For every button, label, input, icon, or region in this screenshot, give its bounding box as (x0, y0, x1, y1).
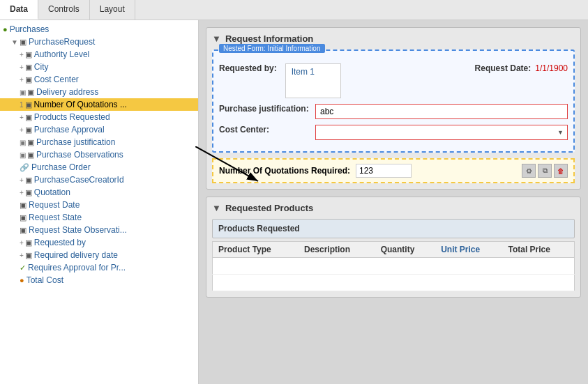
cell-total-price (503, 258, 575, 275)
sidebar-item-requires-approval[interactable]: ✓ Requires Approval for Pr... (0, 261, 198, 274)
sidebar-item-purchasecasecreatorid-label: PurchaseCaseCreatorId (34, 175, 124, 185)
expand-icon-quot: + (20, 189, 24, 197)
field-icon-quot: ▣ (25, 188, 32, 197)
sidebar-item-purchasecasecreatorid[interactable]: + ▣ PurchaseCaseCreatorId (0, 174, 198, 186)
sidebar-item-quotations[interactable]: 1 ▣ Number Of Quotations ... (0, 98, 198, 111)
request-date-value: 1/1/1900 (535, 63, 568, 73)
field-icon-rso: ▣ (20, 226, 27, 235)
quotations-input[interactable] (356, 164, 412, 178)
request-date-label: Request Date: (475, 63, 532, 73)
sidebar-item-city[interactable]: + ▣ City (0, 61, 198, 73)
expand-icon-city: + (20, 63, 24, 71)
field-icon-pj: ▣ (27, 138, 34, 147)
sidebar-item-purchase-observations-label: Purchase Observations (36, 150, 123, 160)
section-arrow-products[interactable]: ▼ (212, 203, 221, 213)
nested-form-label: Nested Form: Initial Information (219, 44, 325, 53)
requested-by-label: Requested by: (219, 63, 277, 73)
sidebar-item-request-state-obs[interactable]: ▣ Request State Observati... (0, 224, 198, 236)
circle-icon: ● (3, 25, 8, 33)
field-icon-rs: ▣ (20, 213, 27, 222)
toolbar-icons: ⚙ ⧉ 🗑 (522, 164, 568, 178)
cost-center-label: Cost Center: (219, 125, 310, 135)
circle-icon-tc: ● (20, 276, 24, 284)
sidebar-item-purchaserequest[interactable]: ▼ ▣ PurchaseRequest (0, 36, 198, 48)
justification-input[interactable] (315, 104, 568, 119)
trash-icon-btn[interactable]: 🗑 (554, 164, 568, 178)
field-icon: ▣ (25, 50, 32, 59)
sidebar-item-quotation[interactable]: + ▣ Quotation (0, 186, 198, 199)
products-table-header: Products Requested (212, 219, 575, 238)
form-row-justification: Purchase justification: (219, 104, 568, 119)
right-panel: ▼ Request Information Nested Form: Initi… (199, 20, 588, 384)
section-products-header: ▼ Requested Products (212, 203, 575, 213)
main-layout: ● Purchases ▼ ▣ PurchaseRequest + ▣ Auth… (0, 20, 588, 384)
sidebar-item-authority-level-label: Authority Level (34, 49, 89, 59)
field-icon-rb: ▣ (25, 238, 32, 247)
cost-center-select[interactable] (315, 125, 568, 140)
sidebar-item-required-delivery-date-label: Required delivery date (34, 250, 118, 260)
table-header-row: Product Type Description Quantity Unit P… (213, 242, 575, 258)
col-unit-price: Unit Price (435, 242, 502, 258)
cell-unit-price (435, 258, 502, 275)
field-icon-cc: ▣ (25, 75, 32, 84)
form-row-cost-center: Cost Center: (219, 125, 568, 140)
sidebar-item-required-delivery-date[interactable]: + ▣ Required delivery date (0, 249, 198, 261)
expand-icon-da: ▣ (20, 89, 26, 96)
cell-description (299, 258, 375, 275)
tab-controls[interactable]: Controls (38, 0, 90, 20)
table-row (213, 275, 575, 291)
tab-data[interactable]: Data (0, 0, 38, 20)
sidebar-item-quotation-label: Quotation (34, 187, 70, 197)
col-total-price: Total Price (503, 242, 575, 258)
gear-icon-btn[interactable]: ⚙ (522, 164, 536, 178)
expand-icon-2: + (20, 51, 24, 59)
section-request-header: ▼ Request Information (212, 33, 575, 44)
sidebar-item-purchases-label: Purchases (10, 24, 50, 34)
sidebar-item-purchase-approval-label: Purchase Approval (34, 125, 105, 135)
sidebar-item-authority-level[interactable]: + ▣ Authority Level (0, 48, 198, 61)
nested-form: Nested Form: Initial Information Request… (212, 49, 575, 153)
sidebar: ● Purchases ▼ ▣ PurchaseRequest + ▣ Auth… (0, 20, 199, 384)
sidebar-item-purchases[interactable]: ● Purchases (0, 23, 198, 36)
request-date-group: Request Date: 1/1/1900 (475, 63, 568, 73)
sidebar-item-purchaserequest-label: PurchaseRequest (29, 37, 95, 47)
sidebar-item-total-cost-label: Total Cost (27, 275, 63, 285)
form-row-requested-by: Requested by: Item 1 Request Date: 1/1/1… (219, 63, 568, 98)
sidebar-item-delivery-address[interactable]: ▣ ▣ Delivery address (0, 86, 198, 98)
sidebar-item-purchase-justification[interactable]: ▣ ▣ Purchase justification (0, 136, 198, 148)
sidebar-item-purchase-approval[interactable]: + ▣ Purchase Approval (0, 123, 198, 136)
cell-quantity (375, 258, 436, 275)
expand-icon[interactable]: ▼ (11, 38, 18, 46)
col-description: Description (299, 242, 375, 258)
sidebar-item-request-state[interactable]: ▣ Request State (0, 211, 198, 224)
field-icon-po: ▣ (27, 151, 34, 160)
field-icon-da: ▣ (27, 88, 34, 97)
sidebar-item-quotations-label: Number Of Quotations ... (34, 100, 127, 109)
folder-icon: ▣ (20, 38, 27, 47)
section-arrow-request[interactable]: ▼ (212, 33, 221, 44)
cell-quantity-2 (375, 275, 436, 291)
sidebar-item-total-cost[interactable]: ● Total Cost (0, 274, 198, 286)
field-icon-city: ▣ (25, 63, 32, 72)
expand-icon-pa: + (20, 126, 24, 134)
tab-layout[interactable]: Layout (90, 0, 135, 20)
section-products-title: Requested Products (225, 203, 313, 213)
sidebar-item-cost-center[interactable]: + ▣ Cost Center (0, 73, 198, 86)
sidebar-item-request-date-label: Request Date (29, 200, 80, 210)
copy-icon-btn[interactable]: ⧉ (538, 164, 552, 178)
field-icon-rdd: ▣ (25, 251, 32, 260)
quotations-label: Number Of Quotations Required: (219, 166, 350, 176)
requested-by-box: Item 1 (285, 63, 341, 98)
sidebar-item-request-state-obs-label: Request State Observati... (29, 225, 127, 235)
col-product-type: Product Type (213, 242, 299, 258)
sidebar-item-products-requested[interactable]: + ▣ Products Requested (0, 111, 198, 123)
cell-unit-price-2 (435, 275, 502, 291)
sidebar-item-purchase-order[interactable]: 🔗 Purchase Order (0, 161, 198, 174)
sidebar-item-city-label: City (34, 62, 49, 72)
cell-product-type (213, 258, 299, 275)
products-table: Product Type Description Quantity Unit P… (212, 241, 575, 291)
sidebar-item-purchase-observations[interactable]: ▣ ▣ Purchase Observations (0, 148, 198, 161)
sidebar-item-requested-by[interactable]: + ▣ Requested by (0, 236, 198, 249)
requested-by-value: Item 1 (292, 67, 315, 77)
sidebar-item-request-date[interactable]: ▣ Request Date (0, 199, 198, 211)
